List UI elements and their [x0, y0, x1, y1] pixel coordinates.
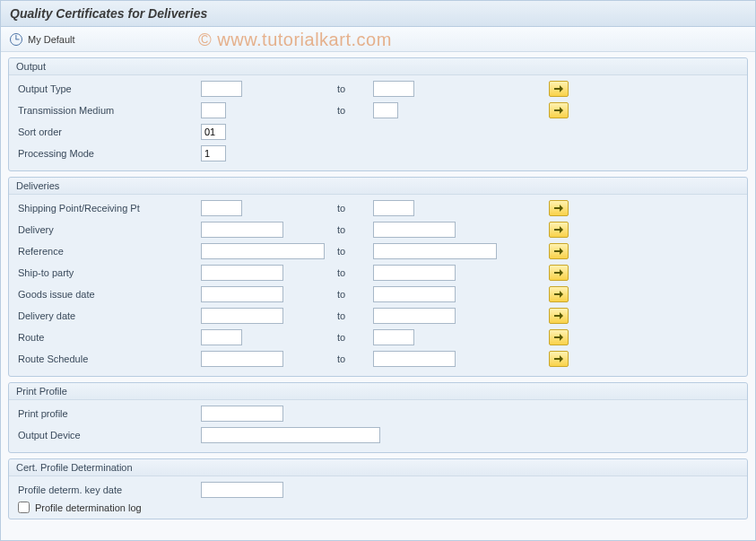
ship-to-multiselect-button[interactable]	[549, 265, 569, 281]
to-label: to	[332, 83, 368, 94]
to-label: to	[332, 246, 368, 257]
goods-issue-date-to-input[interactable]	[373, 286, 456, 302]
output-device-input[interactable]	[201, 427, 380, 443]
delivery-date-multiselect-button[interactable]	[549, 308, 569, 324]
row-output-type: Output Type to	[16, 79, 740, 99]
row-sort-order: Sort order	[16, 122, 740, 142]
row-ship-to: Ship-to party to	[16, 263, 740, 283]
reference-label: Reference	[16, 246, 196, 257]
arrow-right-icon	[553, 247, 564, 256]
row-print-profile: Print profile	[16, 404, 740, 423]
output-type-to-input[interactable]	[373, 81, 414, 97]
route-to-input[interactable]	[373, 329, 414, 345]
arrow-right-icon	[553, 354, 564, 363]
output-device-label: Output Device	[16, 430, 196, 441]
arrow-right-icon	[553, 204, 564, 213]
arrow-right-icon	[553, 106, 564, 115]
row-reference: Reference to	[16, 241, 740, 261]
profile-log-checkbox[interactable]	[18, 502, 30, 513]
group-deliveries-title: Deliveries	[9, 178, 747, 195]
row-route: Route to	[16, 327, 740, 347]
row-profile-log: Profile determination log	[16, 502, 740, 513]
output-type-multiselect-button[interactable]	[549, 81, 569, 97]
reference-multiselect-button[interactable]	[549, 243, 569, 259]
goods-issue-date-from-input[interactable]	[201, 286, 283, 302]
arrow-right-icon	[553, 290, 564, 299]
toolbar: My Default	[1, 27, 755, 52]
group-print-profile: Print Profile Print profile Output Devic…	[8, 382, 748, 453]
shipping-point-to-input[interactable]	[373, 200, 414, 216]
to-label: to	[332, 105, 368, 116]
arrow-right-icon	[553, 225, 564, 234]
page-title: Quality Certificates for Deliveries	[1, 1, 755, 27]
group-print-profile-title: Print Profile	[9, 383, 747, 400]
reference-from-input[interactable]	[201, 243, 325, 259]
processing-mode-input[interactable]	[201, 145, 226, 161]
delivery-from-input[interactable]	[201, 222, 283, 238]
transmission-from-input[interactable]	[201, 102, 226, 118]
row-delivery-date: Delivery date to	[16, 306, 740, 326]
profile-key-date-input[interactable]	[201, 482, 283, 498]
row-transmission-medium: Transmission Medium to	[16, 100, 740, 120]
row-route-schedule: Route Schedule to	[16, 349, 740, 369]
delivery-to-input[interactable]	[373, 222, 456, 238]
ship-to-label: Ship-to party	[16, 267, 196, 278]
clock-icon	[10, 33, 22, 46]
row-output-device: Output Device	[16, 425, 740, 445]
to-label: to	[332, 310, 368, 321]
processing-mode-label: Processing Mode	[16, 148, 196, 159]
delivery-date-to-input[interactable]	[373, 308, 456, 324]
group-cert-profile-title: Cert. Profile Determination	[9, 459, 747, 476]
group-output: Output Output Type to Transmission Mediu…	[8, 57, 748, 171]
to-label: to	[332, 203, 368, 214]
arrow-right-icon	[553, 311, 564, 320]
row-profile-key-date: Profile determ. key date	[16, 480, 740, 500]
transmission-medium-label: Transmission Medium	[16, 105, 196, 116]
delivery-multiselect-button[interactable]	[549, 222, 569, 238]
shipping-point-multiselect-button[interactable]	[549, 200, 569, 216]
arrow-right-icon	[553, 268, 564, 277]
arrow-right-icon	[553, 333, 564, 342]
profile-log-label: Profile determination log	[35, 502, 142, 513]
to-label: to	[332, 353, 368, 364]
row-processing-mode: Processing Mode	[16, 144, 740, 163]
row-goods-issue-date: Goods issue date to	[16, 284, 740, 304]
profile-key-date-label: Profile determ. key date	[16, 484, 196, 495]
arrow-right-icon	[553, 84, 564, 93]
reference-to-input[interactable]	[373, 243, 497, 259]
route-multiselect-button[interactable]	[549, 329, 569, 345]
route-from-input[interactable]	[201, 329, 242, 345]
sort-order-input[interactable]	[201, 124, 226, 140]
route-label: Route	[16, 332, 196, 343]
ship-to-from-input[interactable]	[201, 265, 283, 281]
output-type-label: Output Type	[16, 83, 196, 94]
ship-to-to-input[interactable]	[373, 265, 456, 281]
delivery-date-label: Delivery date	[16, 310, 196, 321]
sort-order-label: Sort order	[16, 127, 196, 137]
delivery-date-from-input[interactable]	[201, 308, 283, 324]
row-shipping-point: Shipping Point/Receiving Pt to	[16, 198, 740, 218]
print-profile-label: Print profile	[16, 408, 196, 419]
to-label: to	[332, 289, 368, 300]
to-label: to	[332, 267, 368, 278]
route-schedule-from-input[interactable]	[201, 351, 283, 367]
route-schedule-label: Route Schedule	[16, 353, 196, 364]
group-output-title: Output	[9, 58, 747, 75]
delivery-label: Delivery	[16, 224, 196, 235]
group-deliveries: Deliveries Shipping Point/Receiving Pt t…	[8, 177, 748, 377]
route-schedule-to-input[interactable]	[373, 351, 456, 367]
output-type-from-input[interactable]	[201, 81, 242, 97]
route-schedule-multiselect-button[interactable]	[549, 351, 569, 367]
transmission-multiselect-button[interactable]	[549, 102, 569, 118]
group-cert-profile: Cert. Profile Determination Profile dete…	[8, 458, 748, 519]
goods-issue-date-multiselect-button[interactable]	[549, 286, 569, 302]
row-delivery: Delivery to	[16, 220, 740, 240]
to-label: to	[332, 332, 368, 343]
my-default-button[interactable]: My Default	[28, 34, 75, 45]
print-profile-input[interactable]	[201, 406, 283, 422]
transmission-to-input[interactable]	[373, 102, 398, 118]
shipping-point-label: Shipping Point/Receiving Pt	[16, 203, 196, 214]
shipping-point-from-input[interactable]	[201, 200, 242, 216]
to-label: to	[332, 224, 368, 235]
goods-issue-date-label: Goods issue date	[16, 289, 196, 300]
